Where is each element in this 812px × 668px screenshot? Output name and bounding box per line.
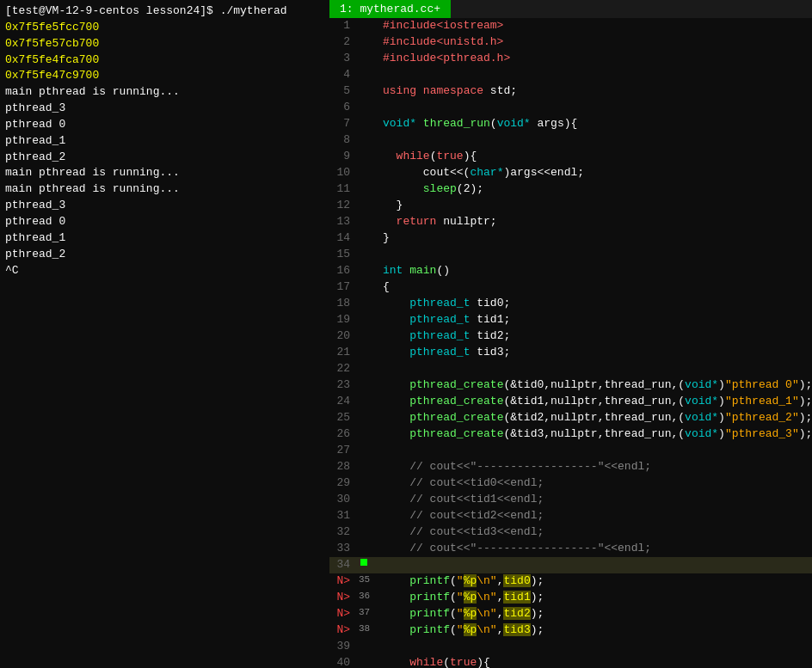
code-line-7: 7 void* thread_run(void* args){ <box>329 116 812 132</box>
active-tab[interactable]: 1: mytherad.cc+ <box>329 0 451 18</box>
code-line-4: 4 <box>329 67 812 83</box>
terminal-line: pthread_2 <box>5 247 324 263</box>
code-line-3: 3 #include<pthread.h> <box>329 51 812 67</box>
code-line-20: 20 pthread_t tid2; <box>329 328 812 345</box>
code-line-5: 5 using namespace std; <box>329 83 812 100</box>
terminal-panel[interactable]: [test@VM-12-9-centos lesson24]$ ./myther… <box>0 0 329 668</box>
code-line-38: N> 38 printf("%p\n",tid3); <box>329 622 812 639</box>
code-line-8: 8 <box>329 132 812 149</box>
code-line-32: 32 // cout<<tid3<<endl; <box>329 524 812 541</box>
terminal-line: pthread_3 <box>5 198 324 214</box>
terminal-line: main pthread is running... <box>5 181 324 198</box>
code-line-39: 39 <box>329 639 812 655</box>
code-line-30: 30 // cout<<tid1<<endl; <box>329 492 812 508</box>
code-line-23: 23 pthread_create(&tid0,nullptr,thread_r… <box>329 377 812 394</box>
terminal-line: 0x7f5fe4fca700 <box>5 52 324 69</box>
code-line-36: N> 36 printf("%p\n",tid1); <box>329 590 812 606</box>
code-line-19: 19 pthread_t tid1; <box>329 312 812 328</box>
code-area: 1 #include<iostream> 2 #include<unistd.h… <box>329 18 812 668</box>
terminal-line: [test@VM-12-9-centos lesson24]$ ./myther… <box>5 3 324 20</box>
code-line-31: 31 // cout<<tid2<<endl; <box>329 508 812 524</box>
code-line-2: 2 #include<unistd.h> <box>329 34 812 51</box>
terminal-line: main pthread is running... <box>5 165 324 181</box>
code-line-34: 34 <box>329 557 812 573</box>
code-line-10: 10 cout<<(char*)args<<endl; <box>329 165 812 181</box>
terminal-line: pthread_1 <box>5 230 324 247</box>
code-line-1: 1 #include<iostream> <box>329 18 812 34</box>
code-panel[interactable]: 1: mytherad.cc+ 1 #include<iostream> 2 #… <box>329 0 812 668</box>
code-line-28: 28 // cout<<"------------------"<<endl; <box>329 459 812 475</box>
terminal-line: main pthread is running... <box>5 84 324 101</box>
code-line-16: 16 int main() <box>329 263 812 279</box>
terminal-line: pthread_2 <box>5 150 324 166</box>
terminal-line: pthread 0 <box>5 117 324 133</box>
code-line-40: 40 while(true){ <box>329 655 812 668</box>
code-line-24: 24 pthread_create(&tid1,nullptr,thread_r… <box>329 394 812 410</box>
code-line-22: 22 <box>329 361 812 377</box>
terminal-line: 0x7f5fe57cb700 <box>5 36 324 52</box>
code-line-18: 18 pthread_t tid0; <box>329 296 812 312</box>
terminal-line: 0x7f5fe5fcc700 <box>5 20 324 36</box>
code-line-6: 6 <box>329 100 812 116</box>
code-line-21: 21 pthread_t tid3; <box>329 345 812 361</box>
code-line-25: 25 pthread_create(&tid2,nullptr,thread_r… <box>329 410 812 426</box>
code-line-29: 29 // cout<<tid0<<endl; <box>329 475 812 492</box>
code-line-11: 11 sleep(2); <box>329 181 812 198</box>
code-line-9: 9 while(true){ <box>329 149 812 165</box>
code-line-13: 13 return nullptr; <box>329 214 812 230</box>
tab-bar: 1: mytherad.cc+ <box>329 0 812 18</box>
code-line-17: 17 { <box>329 279 812 296</box>
terminal-line: 0x7f5fe47c9700 <box>5 68 324 84</box>
code-line-26: 26 pthread_create(&tid3,nullptr,thread_r… <box>329 426 812 443</box>
code-line-12: 12 } <box>329 198 812 214</box>
code-line-14: 14 } <box>329 230 812 247</box>
code-line-27: 27 <box>329 443 812 459</box>
terminal-line: pthread_3 <box>5 101 324 117</box>
code-line-35: N> 35 printf("%p\n",tid0); <box>329 573 812 590</box>
terminal-line: pthread_1 <box>5 133 324 150</box>
code-line-15: 15 <box>329 247 812 263</box>
code-line-37: N> 37 printf("%p\n",tid2); <box>329 606 812 622</box>
terminal-line: ^C <box>5 263 324 279</box>
terminal-line: pthread 0 <box>5 214 324 230</box>
code-line-33: 33 // cout<<"------------------"<<endl; <box>329 541 812 557</box>
